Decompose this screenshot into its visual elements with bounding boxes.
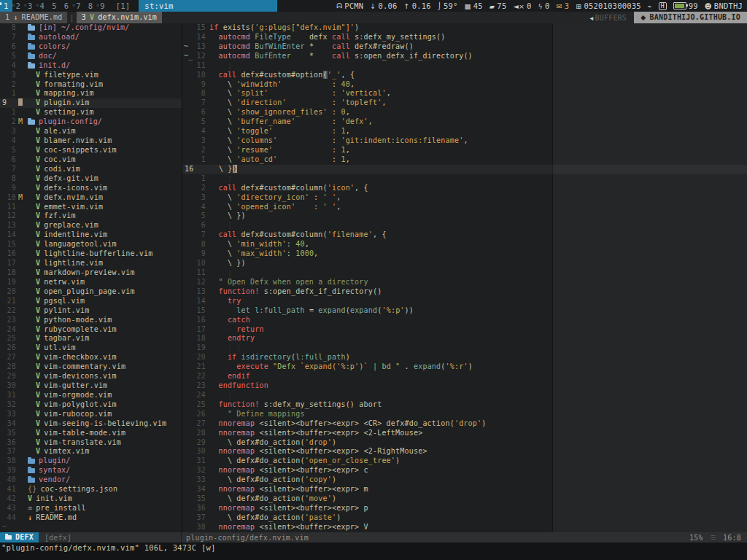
- tree-row[interactable]: 2Mplugin-config/: [0, 117, 182, 127]
- tree-entry[interactable]: autoload/: [28, 33, 80, 41]
- code-line[interactable]: ~_12 autocmd BufEnter * call s:open_defx…: [182, 52, 747, 61]
- tree-row[interactable]: 22 Vpylint.vim: [0, 306, 182, 316]
- tree-entry[interactable]: Vdefx-git.vim: [28, 174, 98, 182]
- defx-file-explorer[interactable]: 8 [in] ~/.config/nvim/7 autoload/6 color…: [0, 23, 182, 532]
- tree-row[interactable]: 30 Vvim-gutter.vim: [0, 381, 182, 391]
- tmux-window-9[interactable]: ▫9: [96, 0, 109, 12]
- tree-entry[interactable]: Vvim-translate.vim: [28, 438, 121, 446]
- code-line[interactable]: 31 \ defx#do_action('open_or_close_tree'…: [182, 456, 747, 466]
- tree-entry[interactable]: Vtagbar.vim: [28, 334, 89, 342]
- code-line[interactable]: 12 " Open Defx when open a directory: [182, 278, 747, 287]
- tmux-window-4[interactable]: ▫4: [36, 0, 49, 12]
- tree-row[interactable]: 10MVdefx.nvim.vim: [0, 193, 182, 203]
- tree-row[interactable]: 14 Vindentline.vim: [0, 230, 182, 240]
- tree-row[interactable]: 42 Vinit.vim: [0, 494, 182, 504]
- tree-entry[interactable]: Vplugin.vim: [28, 98, 89, 106]
- tree-entry[interactable]: Vlanguagetool.vim: [28, 240, 117, 248]
- code-line[interactable]: 22 endif: [182, 372, 747, 381]
- code-line[interactable]: 14 autocmd FileType defx call s:defx_my_…: [182, 33, 747, 42]
- code-line[interactable]: 8 \ 'split' : 'vertical',: [182, 89, 747, 98]
- code-line[interactable]: 9 \ 'winwidth' : 40,: [182, 80, 747, 90]
- tree-row[interactable]: 8 Vdefx-git.vim: [0, 174, 182, 184]
- code-line[interactable]: 15if exists('g:plugs["defx.nvim"]'): [182, 23, 747, 33]
- tree-row[interactable]: 20 Vopen_plugin_page.vim: [0, 287, 182, 297]
- code-line[interactable]: 7 call defx#custom#column('filename', {: [182, 230, 747, 240]
- code-line[interactable]: 21 execute "Defx `expand('%:p')` | bd " …: [182, 362, 747, 372]
- tmux-window-1[interactable]: ▘1: [0, 0, 12, 12]
- code-line[interactable]: 15 let l:full_path = expand(expand('%:p'…: [182, 306, 747, 316]
- tree-entry[interactable]: Vopen_plugin_page.vim: [28, 287, 135, 295]
- tree-row[interactable]: 5 doc/: [0, 52, 182, 61]
- code-line[interactable]: 24 ¦: [182, 391, 747, 400]
- tree-entry[interactable]: Vemmet-vim.vim: [28, 203, 103, 211]
- tree-row[interactable]: 36 Vvim-translate.vim: [0, 438, 182, 448]
- tree-entry[interactable]: Vvim-checkbox.vim: [28, 353, 117, 361]
- tree-entry[interactable]: ↓README.md: [28, 513, 77, 521]
- tree-entry[interactable]: Vcoc.vim: [28, 155, 76, 163]
- tree-row[interactable]: 12 Vfzf.vim: [0, 211, 182, 221]
- tree-entry[interactable]: Vinit.vim: [28, 494, 72, 502]
- code-line[interactable]: 7 \ 'direction' : 'topleft',: [182, 98, 747, 108]
- tree-entry[interactable]: {}coc-settings.json: [28, 485, 117, 493]
- buffer-tab-defx.nvim.vim[interactable]: 3Vdefx.nvim.vim: [77, 12, 162, 23]
- tree-row[interactable]: 32 Vvim-polyglot.vim: [0, 400, 182, 410]
- tree-row[interactable]: 15 Vlanguagetool.vim: [0, 240, 182, 249]
- code-line[interactable]: 5 \ 'buffer_name' : 'defx',: [182, 117, 747, 127]
- tmux-window-2[interactable]: ▫2: [12, 0, 25, 12]
- tree-entry[interactable]: vendor/: [28, 475, 71, 483]
- tree-row[interactable]: 16 Vlightline-bufferline.vim: [0, 249, 182, 259]
- code-line[interactable]: ~13 autocmd BufWinEnter * call defx#redr…: [182, 42, 747, 52]
- tree-row[interactable]: 31 Vvim-orgmode.vim: [0, 391, 182, 400]
- tree-row[interactable]: 8 [in] ~/.config/nvim/: [0, 23, 182, 33]
- tmux-window-title[interactable]: st:vim: [139, 0, 277, 12]
- code-line[interactable]: 2 call defx#custom#column('icon', {: [182, 184, 747, 193]
- tree-row[interactable]: 43 ≡pre_install: [0, 504, 182, 513]
- code-line[interactable]: 36 nnoremap <silent><buffer><expr> p: [182, 504, 747, 513]
- tree-row[interactable]: 33 Vvim-rubocop.vim: [0, 410, 182, 419]
- code-line[interactable]: 10 \ }): [182, 259, 747, 268]
- code-line[interactable]: 30 nnoremap <silent><buffer><expr> <2-Ri…: [182, 447, 747, 456]
- tree-entry[interactable]: init.d/: [28, 61, 71, 69]
- tree-entry[interactable]: Vvim-table-mode.vim: [28, 429, 125, 437]
- tree-entry[interactable]: Vpgsql.vim: [28, 297, 85, 305]
- tree-entry[interactable]: Vsetting.vim: [28, 108, 94, 116]
- tree-entry[interactable]: Vfiletype.vim: [28, 71, 98, 79]
- tree-row[interactable]: 2 Vformating.vim: [0, 80, 182, 90]
- code-line[interactable]: 4 \ 'toggle' : 1,: [182, 127, 747, 136]
- code-line[interactable]: 3 \ 'directory_icon' : ' ',: [182, 193, 747, 203]
- tree-entry[interactable]: Vcoc-snippets.vim: [28, 146, 117, 154]
- code-line[interactable]: 32 nnoremap <silent><buffer><expr> c: [182, 466, 747, 475]
- code-line[interactable]: 1 ¦: [182, 174, 747, 184]
- tree-row[interactable]: 17 Vlightline.vim: [0, 259, 182, 268]
- code-line[interactable]: 14 try: [182, 297, 747, 306]
- code-line[interactable]: 13 function! s:open_defx_if_directory(): [182, 287, 747, 297]
- code-line[interactable]: 17 return: [182, 325, 747, 335]
- code-line[interactable]: 25 function! s:defx_my_settings() abort: [182, 400, 747, 410]
- tmux-window-3[interactable]: ▫3: [24, 0, 36, 12]
- code-line[interactable]: 27 nnoremap <silent><buffer><expr> <CR> …: [182, 419, 747, 429]
- tree-entry[interactable]: plugin/: [28, 456, 71, 464]
- tree-entry[interactable]: Vfzf.vim: [28, 211, 76, 219]
- tree-entry[interactable]: Vnetrw.vim: [28, 278, 85, 286]
- code-line[interactable]: 19 ¦ ¦: [182, 343, 747, 353]
- tree-entry[interactable]: Vmapping.vim: [28, 89, 94, 97]
- code-line[interactable]: 23 endfunction: [182, 381, 747, 391]
- tree-entry[interactable]: colors/: [28, 42, 71, 50]
- code-line[interactable]: 16 \ }): [182, 165, 747, 174]
- code-line[interactable]: 34 nnoremap <silent><buffer><expr> m: [182, 485, 747, 494]
- tmux-window-8[interactable]: 8: [85, 0, 97, 12]
- code-line[interactable]: 18 endtry: [182, 334, 747, 343]
- code-line[interactable]: 6 ¦: [182, 221, 747, 230]
- tmux-window-6[interactable]: 6: [61, 0, 73, 12]
- tree-entry[interactable]: doc/: [28, 52, 57, 60]
- tree-entry[interactable]: Vlightline-bufferline.vim: [28, 249, 153, 257]
- tree-row[interactable]: 6 colors/: [0, 42, 182, 52]
- tree-row[interactable]: 7 Vcodi.vim: [0, 165, 182, 174]
- tree-entry[interactable]: Vdefx-icons.vim: [28, 184, 107, 192]
- command-line-message[interactable]: "plugin-config/defx.nvim.vim" 106L, 3473…: [0, 542, 747, 560]
- tree-row[interactable]: 11 Vemmet-vim.vim: [0, 203, 182, 212]
- tree-entry[interactable]: syntax/: [28, 466, 71, 474]
- tree-entry[interactable]: Vvim-orgmode.vim: [28, 391, 112, 399]
- tree-row[interactable]: 39 syntax/: [0, 466, 182, 475]
- tree-entry[interactable]: Vvim-commentary.vim: [28, 362, 125, 370]
